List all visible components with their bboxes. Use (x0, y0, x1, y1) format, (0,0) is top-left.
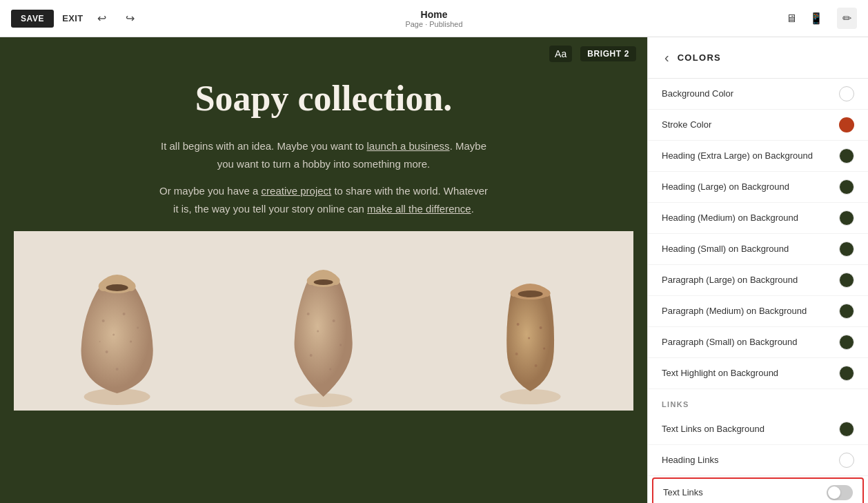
svg-point-27 (534, 364, 537, 367)
paragraph-small-swatch[interactable] (839, 335, 854, 350)
heading-links-swatch[interactable] (839, 453, 854, 468)
heading-large-swatch[interactable] (839, 179, 854, 195)
paragraph-large-swatch[interactable] (839, 273, 854, 288)
background-color-row[interactable]: Background Color (648, 79, 868, 110)
save-button[interactable]: SAVE (11, 10, 54, 28)
background-color-label: Background Color (662, 88, 834, 100)
heading-links-label: Heading Links (662, 455, 834, 466)
svg-point-2 (102, 319, 105, 322)
redo-button[interactable] (120, 8, 140, 29)
brush-icon: ✏ (842, 12, 851, 25)
svg-point-17 (310, 354, 313, 357)
svg-point-6 (106, 351, 108, 353)
topbar-right-icons: 🖥 📱 ✏ (780, 8, 857, 29)
svg-point-5 (130, 341, 132, 343)
text-links-toggle[interactable] (827, 485, 853, 500)
vase-image-2 (220, 231, 426, 411)
canvas-toolbar: Aa BRIGHT 2 (549, 46, 636, 62)
vase-image-3 (427, 231, 633, 411)
svg-point-28 (517, 290, 542, 297)
heading-xl-swatch[interactable] (839, 148, 854, 164)
desktop-view-button[interactable]: 🖥 (780, 8, 802, 29)
svg-point-22 (516, 323, 519, 326)
heading-medium-label: Heading (Medium) on Background (662, 213, 834, 224)
paragraph-medium-label: Paragraph (Medium) on Background (662, 306, 834, 317)
desktop-icon: 🖥 (786, 12, 797, 25)
stroke-color-row[interactable]: Stroke Color (648, 110, 868, 141)
heading-links-row[interactable]: Heading Links (648, 445, 868, 476)
text-links-bg-label: Text Links on Background (662, 424, 834, 435)
svg-point-10 (106, 284, 128, 291)
vase-image-1 (14, 231, 220, 411)
text-highlight-row[interactable]: Text Highlight on Background (648, 358, 868, 389)
hero-title: Soapy collection. (195, 79, 453, 118)
heading-medium-swatch[interactable] (839, 210, 854, 226)
typography-label[interactable]: Aa (549, 46, 572, 62)
creative-project-link[interactable]: creative project (262, 185, 332, 197)
launch-link[interactable]: launch a business (367, 140, 450, 152)
stroke-color-swatch[interactable] (839, 117, 854, 132)
heading-small-row[interactable]: Heading (Small) on Background (648, 234, 868, 265)
undo-button[interactable] (92, 8, 112, 29)
paragraph-large-label: Paragraph (Large) on Background (662, 275, 834, 286)
page-info: Home Page · Published (405, 9, 462, 28)
svg-point-18 (329, 368, 331, 371)
design-button[interactable]: ✏ (837, 8, 857, 29)
background-color-swatch[interactable] (839, 86, 854, 101)
svg-point-14 (317, 331, 319, 333)
paragraph-large-row[interactable]: Paragraph (Large) on Background (648, 265, 868, 296)
stroke-color-label: Stroke Color (662, 119, 834, 131)
heading-xl-label: Heading (Extra Large) on Background (662, 150, 834, 162)
svg-point-4 (123, 313, 126, 315)
panel-back-button[interactable] (662, 48, 672, 67)
canvas-images (14, 231, 633, 411)
tablet-icon: 📱 (809, 12, 823, 25)
panel-header: COLORS (648, 37, 868, 79)
canvas: Aa BRIGHT 2 Soapy collection. It all beg… (0, 37, 647, 503)
heading-small-label: Heading (Small) on Background (662, 244, 834, 255)
text-highlight-label: Text Highlight on Background (662, 368, 834, 379)
svg-point-16 (339, 344, 342, 346)
svg-point-7 (137, 327, 139, 329)
heading-large-row[interactable]: Heading (Large) on Background (648, 172, 868, 203)
svg-point-24 (539, 326, 542, 329)
topbar: SAVE EXIT Home Page · Published 🖥 📱 ✏ (0, 0, 868, 37)
paragraph-medium-row[interactable]: Paragraph (Medium) on Background (648, 296, 868, 327)
hero-paragraph-1: It all begins with an idea. Maybe you wa… (158, 137, 489, 172)
chevron-left-icon (664, 52, 669, 64)
theme-label[interactable]: BRIGHT 2 (580, 46, 636, 61)
panel-title: COLORS (678, 52, 721, 63)
heading-medium-row[interactable]: Heading (Medium) on Background (648, 203, 868, 234)
text-links-row[interactable]: Text Links (652, 477, 864, 503)
links-section-label: LINKS (648, 389, 868, 414)
exit-button[interactable]: EXIT (62, 13, 83, 23)
svg-point-3 (112, 334, 115, 336)
main-content: Aa BRIGHT 2 Soapy collection. It all beg… (0, 37, 868, 503)
svg-point-19 (314, 279, 333, 285)
heading-small-swatch[interactable] (839, 241, 854, 257)
text-highlight-swatch[interactable] (839, 366, 854, 381)
mobile-view-button[interactable]: 📱 (804, 8, 829, 29)
text-links-bg-row[interactable]: Text Links on Background (648, 414, 868, 445)
paragraph-small-row[interactable]: Paragraph (Small) on Background (648, 327, 868, 358)
page-status: Page · Published (405, 20, 462, 28)
links-section: Text Links on Background Heading Links T… (648, 414, 868, 503)
heading-large-label: Heading (Large) on Background (662, 181, 834, 193)
svg-point-13 (307, 313, 310, 315)
paragraph-medium-swatch[interactable] (839, 304, 854, 319)
device-icons: 🖥 📱 (780, 8, 829, 29)
canvas-content: Soapy collection. It all begins with an … (0, 37, 647, 431)
text-links-bg-swatch[interactable] (839, 422, 854, 437)
colors-section: Background Color Stroke Color Heading (E… (648, 79, 868, 389)
difference-link[interactable]: make all the difference (367, 203, 471, 215)
svg-point-8 (99, 341, 101, 342)
undo-icon (97, 12, 106, 25)
paragraph-small-label: Paragraph (Small) on Background (662, 337, 834, 348)
svg-point-9 (116, 368, 119, 371)
redo-icon (126, 12, 135, 25)
text-links-label: Text Links (663, 487, 821, 499)
svg-point-25 (543, 348, 545, 350)
svg-point-23 (528, 337, 530, 339)
heading-xl-row[interactable]: Heading (Extra Large) on Background (648, 141, 868, 172)
hero-paragraph-2: Or maybe you have a creative project to … (158, 182, 489, 217)
